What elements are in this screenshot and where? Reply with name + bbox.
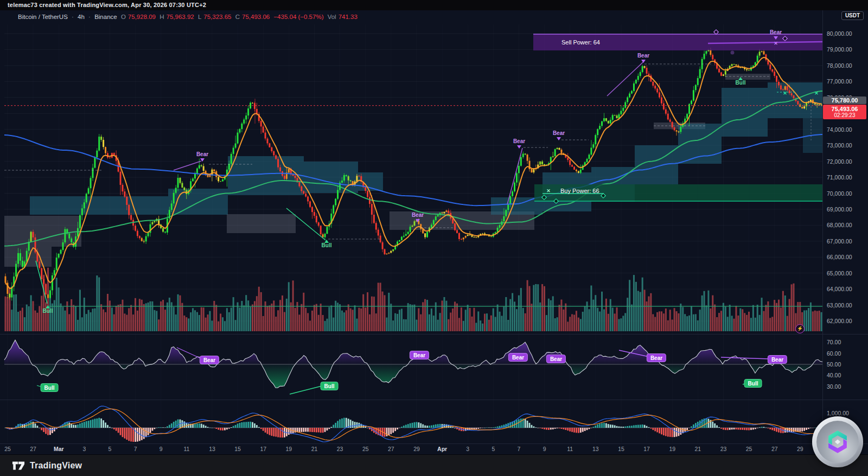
coin-logo-watermark — [812, 416, 863, 467]
svg-text:Bull: Bull — [322, 242, 332, 248]
watermark-text: telemac73 created with TradingView.com, … — [8, 2, 206, 8]
svg-text:Bear: Bear — [770, 29, 782, 35]
change-value: −435.04 (−0.57%) — [273, 14, 323, 20]
svg-text:Bear: Bear — [412, 212, 424, 218]
tradingview-chart-screen: telemac73 created with TradingView.com, … — [0, 0, 868, 476]
watermark-bar: telemac73 created with TradingView.com, … — [0, 0, 868, 10]
svg-text:✕: ✕ — [783, 91, 787, 96]
ohlc-open-value: 75,928.09 — [128, 14, 156, 20]
moving-averages — [4, 57, 822, 288]
currency-toggle-button[interactable]: USDT — [841, 11, 864, 20]
ohlc-close-value: 75,493.06 — [242, 14, 270, 20]
bar-countdown: 02:29:23 — [823, 112, 866, 118]
ohlc-close-key: C — [235, 14, 240, 20]
svg-text:✕: ✕ — [546, 188, 551, 194]
macd-pane — [4, 406, 822, 442]
tradingview-logo-icon[interactable] — [12, 460, 25, 472]
ohlc-open-key: O — [121, 14, 126, 20]
chart-canvas[interactable]: BearBearBearBearBearBearBullBullBull✕✕✕✕ — [0, 0, 868, 476]
gridlines — [4, 24, 822, 442]
buy-power-label: Buy Power: 66 — [560, 188, 599, 194]
svg-text:Bull: Bull — [43, 308, 53, 314]
svg-text:✕: ✕ — [814, 91, 819, 96]
ohlc-low-key: L — [198, 14, 201, 20]
svg-text:✕: ✕ — [774, 41, 778, 46]
last-price-value: 75,493.06 — [823, 106, 866, 112]
ohlc-high-key: H — [159, 14, 164, 20]
svg-text:Bull: Bull — [736, 80, 746, 86]
volume-key: Vol — [328, 14, 336, 20]
symbol-legend: Bitcoin / TetherUS · 4h · Binance O75,92… — [18, 14, 360, 20]
legend-separator: · — [88, 14, 91, 20]
footer-bar: TradingView — [0, 454, 868, 476]
ohlc-high-value: 75,963.92 — [167, 14, 194, 20]
last-price-badge: 75,493.06 02:29:23 — [823, 105, 866, 119]
svg-text:Bear: Bear — [196, 151, 208, 157]
symbol-title[interactable]: Bitcoin / TetherUS — [18, 14, 68, 20]
candles — [4, 48, 822, 301]
tradingview-brand-text[interactable]: TradingView — [30, 461, 82, 471]
coin-emblem-icon — [824, 428, 852, 456]
coin-inner-face — [816, 421, 859, 463]
volume-bars — [4, 268, 822, 331]
indicator-price-badge: 75,780.00 — [823, 97, 866, 104]
rsi-oscillator — [4, 340, 822, 394]
svg-text:Bear: Bear — [553, 130, 565, 136]
ohlc-low-value: 75,323.65 — [203, 14, 231, 20]
volume-value: 741.33 — [339, 14, 358, 20]
instant-order-lightning-icon[interactable]: ⚡ — [795, 324, 805, 333]
svg-text:Bear: Bear — [513, 138, 525, 144]
exchange-label: Binance — [94, 14, 117, 20]
sell-power-label: Sell Power: 64 — [561, 39, 600, 46]
legend-separator: · — [72, 14, 74, 20]
svg-text:Bear: Bear — [637, 53, 649, 59]
interval-label[interactable]: 4h — [78, 14, 85, 20]
